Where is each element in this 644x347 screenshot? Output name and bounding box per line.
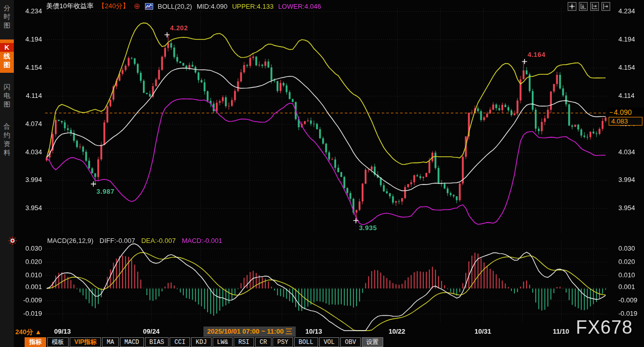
sidebar-item-flash-chart[interactable]: 闪电图 xyxy=(0,79,14,112)
price-tick-left: 4.154 xyxy=(15,64,42,71)
crosshair-move-icon[interactable] xyxy=(568,2,576,11)
x-axis-scale-icon[interactable] xyxy=(590,2,599,11)
price-tick-left: 3.954 xyxy=(15,204,42,212)
y-axis-scale-icon[interactable] xyxy=(579,2,588,11)
watermark: FX678 xyxy=(576,317,633,338)
price-tick-right: 4.194 xyxy=(618,35,644,43)
toolbar-tab-BOLL[interactable]: BOLL xyxy=(294,337,318,347)
date-tick: 09/13 xyxy=(54,328,71,335)
price-tick-right: 3.954 xyxy=(618,204,644,212)
macd-macd-value: MACD:-0.001 xyxy=(182,237,222,244)
price-tick-left: 4.114 xyxy=(15,92,42,99)
macd-panel-canvas[interactable] xyxy=(0,236,644,333)
last-price-label: 4.083 xyxy=(609,117,642,126)
time-axis: 240分 ▲ 09/1309/2410/1310/2210/3111/10 20… xyxy=(0,326,644,337)
boll-indicator-label: BOLL(20,2) xyxy=(158,3,192,10)
indicator-toolbar: 指标模板VIP指标MAMACDBIASCCIKDJLW&RSICRPSYBOLL… xyxy=(25,337,384,347)
add-indicator-icon[interactable]: ⊕ xyxy=(134,3,140,10)
chart-header: 美债10年收益率 【240分】 ⊕ BOLL(20,2) MID:4.090 U… xyxy=(46,1,321,11)
pan-right-icon[interactable] xyxy=(601,2,610,11)
toolbar-tab-RSI[interactable]: RSI xyxy=(234,337,254,347)
sidebar-item-char: 图 xyxy=(0,60,14,69)
price-annotation: 4.202 xyxy=(170,24,188,32)
chart-tool-buttons xyxy=(568,2,610,11)
sidebar-item-char: 图 xyxy=(0,21,14,30)
price-annotation: 4.164 xyxy=(528,51,546,58)
macd-tick-right: 0.010 xyxy=(618,271,644,279)
macd-indicator-label: MACD(26,12,9) xyxy=(47,237,93,244)
main-price-chart-canvas[interactable] xyxy=(0,0,644,236)
sidebar-item-contract-info[interactable]: 合约资料 xyxy=(0,118,14,160)
sidebar-item-char: 资 xyxy=(0,139,14,148)
toolbar-tab-设置[interactable]: 设置 xyxy=(362,337,383,347)
price-annotation: 3.987 xyxy=(96,188,114,195)
toolbar-tab-VIP指标[interactable]: VIP指标 xyxy=(70,337,101,347)
price-tick-left: 3.994 xyxy=(15,176,42,183)
price-tick-left: 4.234 xyxy=(15,7,42,15)
sidebar-item-char: K xyxy=(0,43,14,52)
date-tick: 10/31 xyxy=(474,328,491,335)
toolbar-tab-BIAS[interactable]: BIAS xyxy=(145,337,169,347)
macd-tick-right: 0.030 xyxy=(618,244,644,252)
macd-tick-right: 0.020 xyxy=(618,258,644,266)
blink-alert-icon[interactable] xyxy=(8,236,17,247)
macd-header: MACD(26,12,9) DIFF:-0.007 DEA:-0.007 MAC… xyxy=(47,237,222,244)
price-tick-left: 4.194 xyxy=(15,35,42,43)
price-tick-right: 3.994 xyxy=(618,176,644,183)
toolbar-tab-模板[interactable]: 模板 xyxy=(47,337,69,347)
macd-tick-left: 0.001 xyxy=(15,283,42,291)
macd-tick-left: 0.030 xyxy=(15,244,42,252)
sidebar-item-char: 时 xyxy=(0,12,14,21)
price-tick-left: 4.034 xyxy=(15,148,42,156)
price-tick-right: 4.154 xyxy=(618,64,644,71)
toolbar-tab-VOL[interactable]: VOL xyxy=(319,337,340,347)
reference-price-label: 4.090 xyxy=(608,108,644,117)
date-tick: 09/24 xyxy=(143,328,160,335)
sidebar-item-char: 电 xyxy=(0,91,14,100)
sidebar-item-char: 合 xyxy=(0,122,14,131)
toolbar-tab-PSY[interactable]: PSY xyxy=(273,337,293,347)
boll-mid-value: MID:4.090 xyxy=(197,3,227,10)
sidebar-item-char: 线 xyxy=(0,52,14,60)
macd-tick-left: -0.009 xyxy=(15,296,42,304)
sidebar-item-time-chart[interactable]: 分时图 xyxy=(0,0,14,33)
price-tick-right: 4.114 xyxy=(618,92,644,99)
toolbar-tab-CR[interactable]: CR xyxy=(255,337,272,347)
macd-tick-right: 0.001 xyxy=(618,283,644,291)
macd-tick-left: 0.020 xyxy=(15,258,42,266)
macd-tick-right: -0.009 xyxy=(618,296,644,304)
toolbar-tab-LW&[interactable]: LW& xyxy=(213,337,233,347)
toolbar-tab-KDJ[interactable]: KDJ xyxy=(191,337,212,347)
price-annotation: 3.935 xyxy=(359,224,377,232)
sidebar-item-char: 约 xyxy=(0,131,14,139)
chart-type-icon[interactable] xyxy=(145,3,153,10)
toolbar-tab-MA[interactable]: MA xyxy=(102,337,118,347)
instrument-title: 美债10年收益率 xyxy=(46,2,93,11)
period-selector[interactable]: 240分 ▲ xyxy=(15,328,41,337)
price-tick-left: 4.074 xyxy=(15,120,42,128)
date-tick: 10/22 xyxy=(388,328,405,335)
macd-dea-value: DEA:-0.007 xyxy=(141,237,176,244)
sidebar-item-char: 闪 xyxy=(0,83,14,91)
toolbar-tab-CCI[interactable]: CCI xyxy=(170,337,190,347)
toolbar-tab-指标[interactable]: 指标 xyxy=(25,337,46,347)
price-tick-right: 4.234 xyxy=(618,7,644,15)
sidebar: 分时图K线图闪电图合约资料 xyxy=(0,0,14,347)
selected-bar-time-range: 2025/10/01 07:00 ~ 11:00 三 xyxy=(203,326,296,337)
sidebar-item-char: 图 xyxy=(0,100,14,109)
macd-tick-right: -0.019 xyxy=(618,310,644,317)
period-tag: 【240分】 xyxy=(98,2,129,11)
chart-app: 分时图K线图闪电图合约资料 美债10年收益率 【240分】 ⊕ BOLL(20,… xyxy=(0,0,644,347)
toolbar-tab-MACD[interactable]: MACD xyxy=(120,337,144,347)
price-tick-right: 4.034 xyxy=(618,148,644,156)
boll-lower-value: LOWER:4.046 xyxy=(278,3,321,10)
sidebar-item-char: 分 xyxy=(0,4,14,12)
macd-tick-left: -0.019 xyxy=(15,310,42,317)
sidebar-item-char: 料 xyxy=(0,148,14,157)
toolbar-tab-OBV[interactable]: OBV xyxy=(340,337,361,347)
macd-tick-left: 0.010 xyxy=(15,271,42,279)
date-tick: 11/10 xyxy=(553,328,569,335)
sidebar-item-kline-chart[interactable]: K线图 xyxy=(0,39,14,73)
boll-upper-value: UPPER:4.133 xyxy=(232,3,274,10)
date-tick: 10/13 xyxy=(305,328,322,335)
